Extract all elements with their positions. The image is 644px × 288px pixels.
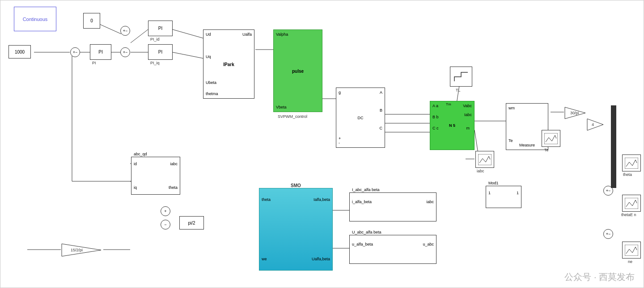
sum-right-bottom: +−: [603, 229, 613, 239]
sum-q: +−: [120, 47, 130, 57]
scope-theta: [622, 154, 641, 171]
svpwm-block: Valpha Vbeta pulse: [273, 29, 322, 112]
theta-scope-label: theta: [623, 172, 632, 177]
svg-text:15/2/pi: 15/2/pi: [71, 248, 83, 252]
inverter-block: g A B C DC + -: [336, 88, 385, 148]
svg-rect-31: [625, 198, 638, 209]
sum-d: +−: [120, 26, 130, 36]
scope-icon: [625, 158, 638, 169]
scope-thetaE: [622, 195, 641, 212]
gain-15-2-pi: 15/2/pi: [61, 243, 103, 258]
continuous-block: Continuous: [14, 7, 56, 31]
svg-rect-34: [478, 154, 491, 165]
scope-icon: [478, 154, 491, 165]
scope-icon: [625, 245, 638, 256]
svg-rect-30: [625, 158, 638, 169]
abc-qd-block: abc_qd id iabc iq theta: [131, 157, 180, 195]
svg-rect-32: [625, 245, 638, 256]
mod1-block: Mod1 1 1: [486, 186, 521, 208]
sum-outer: +−: [70, 47, 80, 57]
pi-iq-label: PI_iq: [150, 61, 160, 65]
pi-outer-block: PI: [90, 44, 111, 60]
ne-scope-label: ne: [628, 259, 632, 264]
gain-triangle-icon: 30/pi: [564, 106, 589, 120]
svg-marker-28: [587, 119, 603, 130]
scope-ne: [622, 242, 641, 259]
simulink-canvas: Continuous 0 1000 +− PI PI +− +− PI PI_i…: [0, 0, 644, 288]
ipark-block: Ud Ualfa Uq Ubeta thetma IPark: [203, 29, 254, 99]
iabc-alfa-block: I_abc_alfa beta i_alfa_beta iabc: [349, 192, 436, 221]
pi2-block: pi/2: [179, 216, 204, 230]
gain-30pi: 30/pi: [564, 106, 589, 121]
svg-line-3: [131, 29, 148, 43]
const-zero-block: 0: [83, 13, 100, 29]
scope-iabc: [475, 151, 494, 168]
svg-rect-33: [544, 133, 558, 144]
pi-id-label: PI_id: [150, 37, 160, 42]
pi-id-block: PI: [148, 21, 173, 36]
smo-block: SMO theta Ialfa,beta we Ualfa,beta: [259, 188, 333, 271]
tl-label: TL: [456, 88, 461, 92]
pi-outer-label: PI: [92, 61, 96, 65]
svpwm-label: SVPWM_control: [278, 114, 307, 119]
sum-pi2-minus: −: [161, 220, 170, 230]
continuous-label: Continuous: [23, 17, 48, 22]
mux-right: [611, 105, 616, 188]
te-scope-label: Te: [544, 148, 549, 152]
svg-line-6: [173, 29, 204, 38]
tl-block: [450, 67, 472, 87]
uabc-alfa-block: U_abc_alfa beta u_alfa_beta u_abc: [349, 235, 436, 264]
thetaE-scope-label: thetaE n: [621, 213, 636, 217]
svg-text:4: 4: [592, 122, 594, 127]
scope-icon: [544, 133, 558, 144]
gain-15pi-icon: 15/2/pi: [61, 243, 103, 257]
gain-4: 4: [586, 118, 605, 132]
sum-pi2-plus: +: [161, 206, 170, 216]
scope-te: [542, 130, 560, 147]
scope-icon: [625, 198, 638, 209]
motor-block: A a B b C c Vabc Iabc m N 5 Tm: [430, 101, 475, 150]
gain-4-icon: 4: [586, 118, 605, 131]
pi-iq-block: PI: [148, 44, 173, 60]
const-1000-block: 1000: [8, 45, 31, 58]
iabc-scope-label: iabc: [477, 169, 484, 173]
step-icon: [452, 70, 470, 83]
watermark: 公众号 · 西莫发布: [564, 271, 635, 283]
svg-line-7: [173, 52, 204, 58]
svg-text:30/pi: 30/pi: [570, 111, 579, 115]
